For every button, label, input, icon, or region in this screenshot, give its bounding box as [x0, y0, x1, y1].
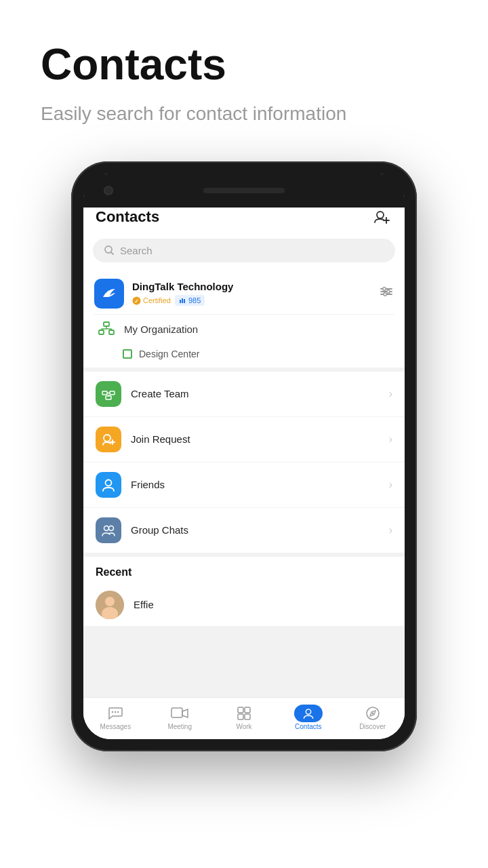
discover-nav-icon: [364, 706, 382, 721]
friends-chevron: ›: [389, 479, 392, 491]
svg-rect-47: [238, 707, 243, 713]
search-placeholder: Search: [120, 245, 152, 256]
friends-icon: [96, 472, 121, 498]
phone-notch: [83, 174, 405, 208]
svg-point-19: [383, 288, 386, 290]
app-header-title: Contacts: [96, 208, 159, 226]
org-info: DingTalk Technology ✓ Certified: [132, 281, 371, 306]
group-chats-item[interactable]: Group Chats ›: [83, 508, 405, 553]
group-chats-label: Group Chats: [131, 524, 380, 536]
design-center-icon: [123, 349, 132, 359]
nav-item-discover[interactable]: Discover: [340, 698, 405, 739]
phone-wrapper: 10:00 Contacts: [0, 161, 488, 751]
discover-nav-label: Discover: [359, 723, 386, 730]
badge-members: 985: [175, 295, 205, 306]
meeting-nav-label: Meeting: [167, 723, 192, 730]
work-nav-icon: [235, 706, 253, 721]
join-request-item[interactable]: Join Request ›: [83, 417, 405, 462]
my-org-item[interactable]: My Organization: [94, 314, 394, 344]
my-org-icon: [97, 320, 116, 339]
svg-point-34: [104, 435, 110, 441]
messages-nav-icon: [106, 706, 124, 721]
contacts-nav-icon: [300, 706, 317, 721]
app-content: Contacts: [83, 198, 405, 739]
nav-item-work[interactable]: Work: [212, 698, 277, 739]
svg-rect-22: [104, 322, 109, 326]
recent-name-effie: Effie: [134, 599, 154, 610]
org-name: DingTalk Technology: [132, 281, 371, 292]
phone-frame: 10:00 Contacts: [71, 161, 417, 751]
org-header: DingTalk Technology ✓ Certified: [94, 276, 394, 314]
design-center-label: Design Center: [139, 349, 200, 359]
friends-item[interactable]: Friends ›: [83, 462, 405, 508]
members-count: 985: [188, 296, 201, 304]
page-header: Contacts Easily search for contact infor…: [0, 0, 488, 141]
create-team-item[interactable]: Create Team ›: [83, 372, 405, 417]
page-subtitle: Easily search for contact information: [41, 100, 447, 127]
nav-item-meeting[interactable]: Meeting: [148, 698, 212, 739]
svg-line-9: [111, 252, 114, 255]
svg-rect-32: [106, 396, 111, 399]
recent-item-effie[interactable]: Effie: [83, 584, 405, 626]
svg-point-44: [115, 711, 116, 713]
svg-rect-15: [184, 299, 185, 303]
create-team-label: Create Team: [131, 388, 380, 399]
svg-rect-13: [180, 300, 181, 303]
svg-point-21: [384, 293, 386, 296]
join-request-chevron: ›: [389, 433, 392, 446]
svg-point-38: [104, 526, 109, 530]
work-nav-label: Work: [236, 723, 251, 730]
phone-screen: 10:00 Contacts: [83, 174, 405, 739]
meeting-nav-icon: [171, 706, 188, 721]
recent-header: Recent: [83, 557, 405, 584]
badge-certified: ✓ Certified: [132, 296, 171, 305]
avatar-effie: [96, 591, 124, 619]
scroll-content[interactable]: DingTalk Technology ✓ Certified: [83, 269, 405, 697]
svg-rect-30: [110, 391, 115, 395]
recent-section: Recent Effie: [83, 557, 405, 626]
svg-rect-29: [102, 391, 107, 395]
svg-rect-24: [109, 330, 114, 334]
svg-point-20: [387, 290, 390, 293]
org-section: DingTalk Technology ✓ Certified: [83, 269, 405, 368]
certified-icon: ✓: [132, 296, 141, 305]
group-chats-icon: [96, 517, 121, 543]
group-chats-chevron: ›: [389, 524, 392, 536]
svg-rect-49: [238, 714, 243, 719]
svg-point-37: [106, 479, 112, 486]
nav-item-contacts[interactable]: Contacts: [276, 698, 340, 739]
svg-point-41: [105, 597, 115, 606]
svg-rect-23: [99, 330, 104, 334]
svg-text:✓: ✓: [134, 298, 139, 304]
svg-rect-14: [182, 298, 183, 303]
create-team-chevron: ›: [389, 388, 392, 400]
add-contact-button[interactable]: [371, 206, 392, 228]
my-org-label: My Organization: [124, 323, 198, 335]
join-request-icon: [96, 427, 121, 452]
menu-section: Create Team ›: [83, 372, 405, 553]
svg-rect-48: [245, 707, 250, 713]
create-team-icon: [96, 381, 121, 407]
org-badges: ✓ Certified: [132, 295, 371, 306]
org-settings-button[interactable]: [379, 284, 394, 302]
search-bar-container: Search: [83, 235, 405, 269]
svg-point-51: [306, 709, 310, 714]
speaker-bar: [203, 188, 285, 193]
camera-dot: [104, 186, 113, 195]
svg-point-43: [112, 711, 113, 713]
contacts-nav-label: Contacts: [295, 723, 321, 730]
friends-label: Friends: [131, 479, 380, 490]
join-request-label: Join Request: [131, 433, 380, 445]
nav-item-messages[interactable]: Messages: [83, 698, 148, 739]
page-wrapper: Contacts Easily search for contact infor…: [0, 0, 488, 868]
svg-point-5: [377, 212, 384, 218]
messages-nav-label: Messages: [100, 723, 131, 730]
members-icon: [179, 297, 186, 304]
search-bar[interactable]: Search: [93, 239, 395, 262]
page-title: Contacts: [41, 41, 447, 88]
svg-rect-50: [245, 714, 250, 719]
design-center-item[interactable]: Design Center: [94, 344, 394, 363]
org-logo: [94, 279, 124, 309]
certified-label: Certified: [143, 296, 171, 304]
svg-point-39: [109, 526, 114, 530]
